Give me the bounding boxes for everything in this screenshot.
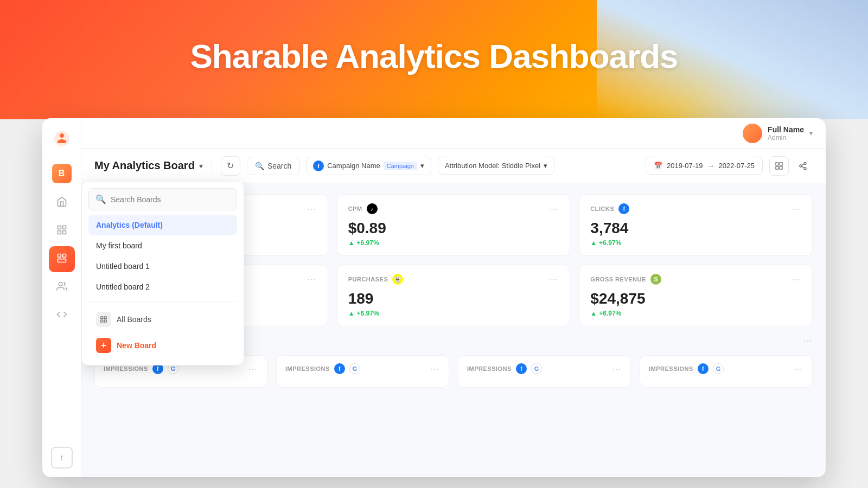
attribution-select[interactable]: Attribution Model: Stiddle Pixel ▾ [438, 157, 554, 175]
up-arrow-icon-clicks: ▲ [590, 239, 597, 247]
sidebar-item-users[interactable] [49, 274, 75, 300]
sidebar-item-analytics[interactable] [49, 246, 75, 272]
refresh-button[interactable]: ↻ [221, 156, 240, 176]
new-board-item[interactable]: + New Board [88, 332, 237, 358]
board-list-item-my-first-board[interactable]: My first board [88, 235, 237, 256]
board-search-wrap: 🔍 [88, 188, 237, 210]
grid-view-button[interactable] [769, 156, 789, 176]
b4-menu-button[interactable]: ⋯ [794, 364, 803, 374]
bottom-metric-card-2: IMPRESSIONS f G ⋯ [276, 355, 449, 388]
sidebar-avatar: B [52, 164, 72, 183]
board-search-input[interactable] [111, 195, 230, 204]
date-end: 2022-07-25 [719, 162, 755, 170]
purchases-change: ▲ +6.97% [348, 310, 559, 317]
board-list-item-analytics-default[interactable]: Analytics (Default) [88, 215, 237, 235]
facebook-icon-b2: f [334, 363, 345, 374]
top-bar: Full Name Admin ▾ [81, 118, 826, 149]
sidebar-item-home[interactable] [49, 190, 75, 216]
shopify-icon-gr: S [650, 274, 661, 285]
purchases-change-value: +6.97% [357, 310, 379, 317]
metric-header-b3: IMPRESSIONS f G ⋯ [467, 363, 622, 374]
app-window: B [42, 118, 826, 477]
board-selector[interactable]: My Analytics Board ▾ [94, 159, 203, 172]
search-label: Search [267, 162, 291, 170]
purchases-label: PURCHASES [348, 276, 388, 282]
tiktok-icon-cpm: ♪ [367, 203, 378, 214]
main-content: Full Name Admin ▾ My Analytics Board ▾ 🔍… [81, 118, 826, 477]
svg-rect-9 [104, 317, 106, 319]
metric-label-row-b2: IMPRESSIONS f G [285, 363, 360, 374]
svg-rect-13 [780, 163, 782, 165]
purchases-value: 189 [348, 290, 559, 307]
metric-header-b4: IMPRESSIONS f G ⋯ [649, 363, 803, 374]
google-icon-b2: G [349, 363, 360, 374]
campaign-badge: Campaign [384, 162, 417, 170]
sidebar-item-code[interactable] [49, 303, 75, 329]
metric-header-clicks: CLICKS f ⋯ [590, 203, 801, 214]
analytics-icon [56, 253, 67, 266]
board-list-item-untitled-1[interactable]: Untitled board 1 [88, 256, 237, 277]
facebook-icon-filter: f [313, 160, 324, 171]
svg-rect-8 [101, 317, 103, 319]
user-chevron-icon[interactable]: ▾ [809, 130, 813, 137]
gross-revenue-value: $24,875 [590, 290, 801, 307]
board-title: My Analytics Board [94, 159, 195, 172]
svg-point-7 [59, 282, 62, 286]
date-range-selector[interactable]: 📅 2019-07-19 → 2022-07-25 [646, 157, 763, 175]
cpm-menu-button[interactable]: ⋯ [549, 204, 559, 214]
date-arrow-icon: → [707, 162, 714, 170]
sidebar: B [42, 118, 81, 477]
metric-card-clicks: CLICKS f ⋯ 3,784 ▲ +6.97% [579, 194, 813, 256]
metric-card-cpm: CPM ♪ ⋯ $0.89 ▲ +6.97% [337, 194, 571, 256]
search-button[interactable]: 🔍 Search [247, 157, 299, 175]
cpm-change: ▲ +6.97% [348, 239, 559, 247]
metric-header-b2: IMPRESSIONS f G ⋯ [285, 363, 440, 374]
user-avatar [743, 124, 762, 143]
sidebar-bottom: ↑ [51, 447, 73, 468]
users-icon [56, 281, 67, 294]
metric-header-cpm: CPM ♪ ⋯ [348, 203, 559, 214]
b4-label: IMPRESSIONS [649, 365, 693, 372]
gross-revenue-menu-button[interactable]: ⋯ [792, 274, 801, 285]
svg-line-19 [802, 166, 805, 168]
b1-menu-button[interactable]: ⋯ [248, 364, 258, 374]
svg-rect-10 [101, 320, 103, 322]
metric-header-gross-revenue: GROSS REVENUE S ⋯ [590, 274, 801, 285]
share-button[interactable] [793, 156, 813, 176]
section-menu-button[interactable]: ⋯ [803, 336, 813, 346]
metric-label-row-b4: IMPRESSIONS f G [649, 363, 724, 374]
b2-menu-button[interactable]: ⋯ [430, 364, 440, 374]
filter-label: Campaign Name [327, 162, 380, 170]
svg-point-18 [804, 167, 806, 169]
metric-label-row-gr: GROSS REVENUE S [590, 274, 661, 285]
sidebar-logo[interactable] [50, 127, 74, 151]
clicks-value: 3,784 [590, 220, 801, 237]
attribution-label: Attribution Model: Stiddle Pixel [445, 162, 540, 170]
clicks-label: CLICKS [590, 206, 614, 212]
sidebar-item-grid[interactable] [49, 218, 75, 244]
board-list-item-untitled-2[interactable]: Untitled board 2 [88, 277, 237, 297]
home-icon [56, 196, 67, 210]
user-info: Full Name Admin ▾ [743, 124, 813, 143]
gross-revenue-change-value: +6.97% [599, 310, 621, 317]
cpm-change-value: +6.97% [357, 239, 379, 247]
svg-point-16 [804, 162, 806, 164]
b3-menu-button[interactable]: ⋯ [612, 364, 622, 374]
clicks-menu-button[interactable]: ⋯ [792, 204, 801, 214]
filter-tag[interactable]: f Campaign Name Campaign ▾ [306, 157, 431, 175]
sidebar-nav [42, 190, 81, 447]
all-boards-item[interactable]: All Boards [88, 306, 237, 332]
svg-rect-1 [62, 226, 66, 229]
new-board-label: New Board [117, 341, 156, 350]
b3-label: IMPRESSIONS [467, 365, 512, 372]
svg-point-17 [800, 165, 802, 167]
purchases-menu-button[interactable]: ⋯ [549, 274, 559, 285]
gross-revenue-label: GROSS REVENUE [590, 276, 646, 282]
impressions-menu-button[interactable]: ⋯ [307, 204, 317, 214]
upload-button[interactable]: ↑ [51, 447, 73, 468]
clicks-change: ▲ +6.97% [590, 239, 801, 247]
metric-label-row-b3: IMPRESSIONS f G [467, 363, 542, 374]
attribution-chevron-icon: ▾ [544, 162, 547, 170]
ctr-menu-button[interactable]: ⋯ [307, 274, 317, 285]
metric-header-purchases: PURCHASES 👻 ⋯ [348, 274, 559, 285]
